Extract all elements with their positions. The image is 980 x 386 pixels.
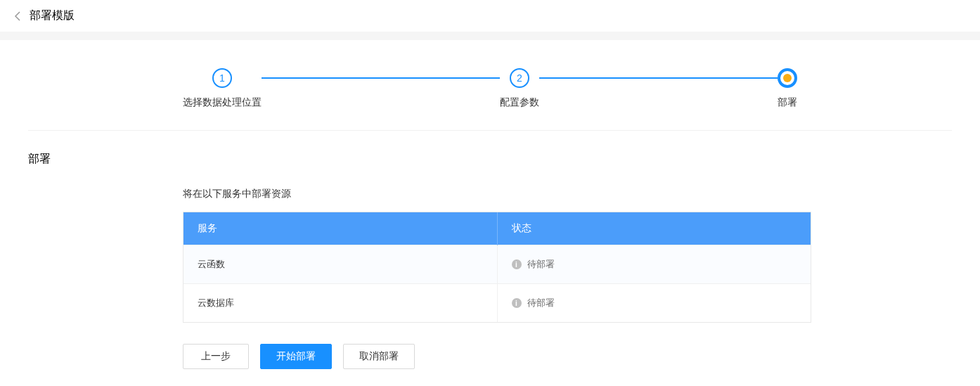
info-icon: i: [512, 259, 522, 269]
info-icon: i: [512, 298, 522, 308]
start-deploy-button[interactable]: 开始部署: [260, 344, 332, 369]
status-text: 待部署: [527, 258, 555, 271]
step-2-label: 配置参数: [500, 96, 539, 109]
page-header: 部署模版: [0, 0, 980, 32]
header-gap: [0, 32, 980, 40]
cell-service: 云数据库: [183, 284, 497, 323]
step-indicator: 1 选择数据处理位置 2 配置参数 部署: [183, 40, 797, 130]
step-1: 1 选择数据处理位置: [183, 68, 262, 109]
section-subtitle: 将在以下服务中部署资源: [183, 188, 952, 200]
step-2: 2 配置参数: [500, 68, 539, 109]
table-row: 云函数 i 待部署: [183, 245, 811, 284]
content-area: 1 选择数据处理位置 2 配置参数 部署 部署 将在以下服务中部署资源 服务 状…: [0, 40, 980, 386]
step-3-circle: [778, 68, 797, 88]
step-line-1: [262, 77, 500, 79]
deploy-table: 服务 状态 云函数 i 待部署 云数据库: [183, 212, 811, 323]
step-1-label: 选择数据处理位置: [183, 96, 262, 109]
table-row: 云数据库 i 待部署: [183, 284, 811, 323]
cell-service: 云函数: [183, 245, 497, 284]
divider: [28, 130, 952, 131]
th-service: 服务: [183, 212, 497, 245]
prev-button[interactable]: 上一步: [183, 344, 249, 369]
cell-status: i 待部署: [497, 284, 811, 323]
status-text: 待部署: [527, 297, 555, 309]
back-icon[interactable]: [14, 11, 21, 21]
section-title: 部署: [28, 152, 952, 167]
step-3-label: 部署: [778, 96, 797, 109]
step-line-2: [539, 77, 778, 79]
cancel-deploy-button[interactable]: 取消部署: [343, 344, 415, 369]
step-1-circle: 1: [212, 68, 232, 88]
step-3: 部署: [778, 68, 797, 109]
step-2-circle: 2: [510, 68, 529, 88]
button-row: 上一步 开始部署 取消部署: [183, 344, 952, 369]
page-title: 部署模版: [30, 8, 75, 23]
th-status: 状态: [497, 212, 811, 245]
cell-status: i 待部署: [497, 245, 811, 284]
